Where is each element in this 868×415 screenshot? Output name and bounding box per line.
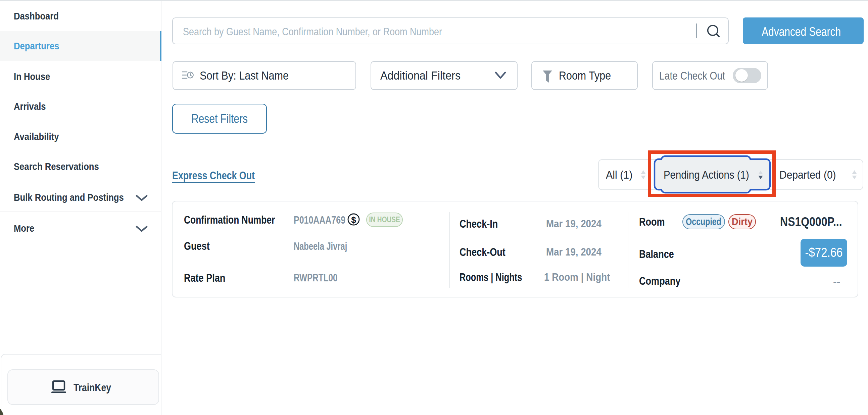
svg-text:$: $ bbox=[351, 215, 356, 225]
